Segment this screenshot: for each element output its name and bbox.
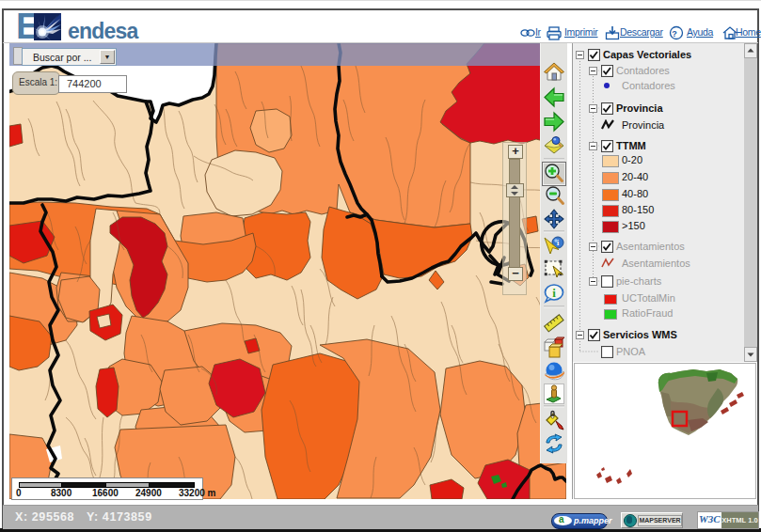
svg-text:?: ? bbox=[672, 29, 677, 39]
svg-text:i: i bbox=[552, 286, 556, 300]
